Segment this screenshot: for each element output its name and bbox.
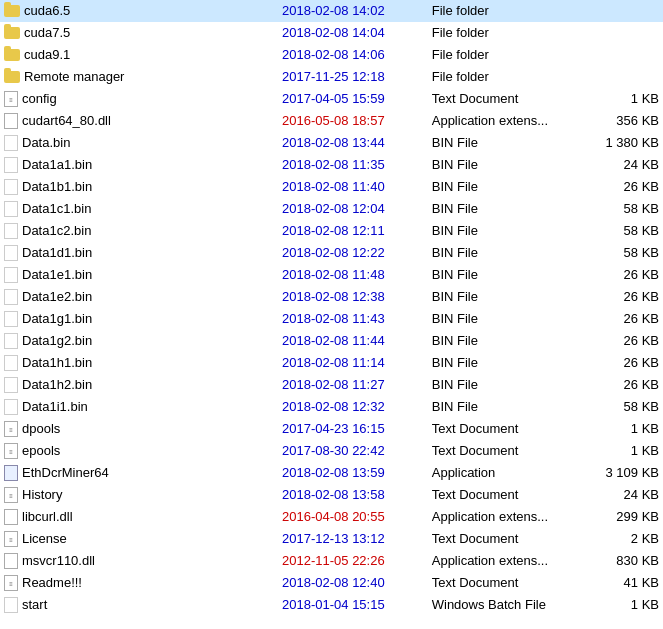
file-size: 1 KB (577, 418, 663, 440)
table-row[interactable]: ≡License 2017-12-13 13:12 Text Document … (0, 528, 663, 550)
bin-icon (4, 135, 18, 151)
table-row[interactable]: Data1e1.bin 2018-02-08 11:48 BIN File 26… (0, 264, 663, 286)
file-size: 58 KB (577, 220, 663, 242)
table-row[interactable]: Data1a1.bin 2018-02-08 11:35 BIN File 24… (0, 154, 663, 176)
file-date: 2018-02-08 11:44 (278, 330, 428, 352)
file-date: 2018-02-08 12:38 (278, 286, 428, 308)
table-row[interactable]: ≡dpools 2017-04-23 16:15 Text Document 1… (0, 418, 663, 440)
table-row[interactable]: Data1g2.bin 2018-02-08 11:44 BIN File 26… (0, 330, 663, 352)
bin-icon (4, 377, 18, 393)
file-date: 2016-05-08 18:57 (278, 110, 428, 132)
table-row[interactable]: ≡History 2018-02-08 13:58 Text Document … (0, 484, 663, 506)
file-date: 2018-01-04 15:15 (278, 594, 428, 616)
table-row[interactable]: Data1e2.bin 2018-02-08 12:38 BIN File 26… (0, 286, 663, 308)
table-row[interactable]: Data.bin 2018-02-08 13:44 BIN File 1 380… (0, 132, 663, 154)
table-row[interactable]: Data1d1.bin 2018-02-08 12:22 BIN File 58… (0, 242, 663, 264)
file-size (577, 0, 663, 22)
bin-icon (4, 179, 18, 195)
file-type: File folder (428, 44, 578, 66)
file-date: 2018-02-08 14:02 (278, 0, 428, 22)
folder-icon (4, 71, 20, 83)
table-row[interactable]: Data1h2.bin 2018-02-08 11:27 BIN File 26… (0, 374, 663, 396)
table-row[interactable]: ≡config 2017-04-05 15:59 Text Document 1… (0, 88, 663, 110)
file-date: 2018-02-08 12:32 (278, 396, 428, 418)
file-type: BIN File (428, 352, 578, 374)
folder-icon (4, 5, 20, 17)
file-size (577, 44, 663, 66)
table-row[interactable]: ≡epools 2017-08-30 22:42 Text Document 1… (0, 440, 663, 462)
bin-icon (4, 157, 18, 173)
file-date: 2018-02-08 12:11 (278, 220, 428, 242)
file-type: BIN File (428, 374, 578, 396)
file-date: 2018-02-08 11:14 (278, 352, 428, 374)
table-row[interactable]: libcurl.dll 2016-04-08 20:55 Application… (0, 506, 663, 528)
exe-icon (4, 465, 18, 481)
table-row[interactable]: cudart64_80.dll 2016-05-08 18:57 Applica… (0, 110, 663, 132)
file-name: msvcr110.dll (0, 550, 278, 572)
file-type: BIN File (428, 132, 578, 154)
table-row[interactable]: Remote manager 2017-11-25 12:18 File fol… (0, 66, 663, 88)
file-type: BIN File (428, 264, 578, 286)
file-size (577, 66, 663, 88)
file-name: Data1d1.bin (0, 242, 278, 264)
file-name: EthDcrMiner64 (0, 462, 278, 484)
dll-icon (4, 113, 18, 129)
file-size: 26 KB (577, 176, 663, 198)
file-type: Application extens... (428, 506, 578, 528)
file-type: File folder (428, 22, 578, 44)
table-row[interactable]: start 2018-01-04 15:15 Windows Batch Fil… (0, 594, 663, 616)
text-icon: ≡ (4, 443, 18, 459)
file-name: Data1h1.bin (0, 352, 278, 374)
file-name: Data1e2.bin (0, 286, 278, 308)
file-type: Text Document (428, 418, 578, 440)
file-name: Data1g2.bin (0, 330, 278, 352)
file-name: Data1e1.bin (0, 264, 278, 286)
file-date: 2018-02-08 11:43 (278, 308, 428, 330)
file-date: 2018-02-08 14:06 (278, 44, 428, 66)
table-row[interactable]: Data1i1.bin 2018-02-08 12:32 BIN File 58… (0, 396, 663, 418)
table-row[interactable]: Data1c2.bin 2018-02-08 12:11 BIN File 58… (0, 220, 663, 242)
table-row[interactable]: cuda6.5 2018-02-08 14:02 File folder (0, 0, 663, 22)
file-size: 1 KB (577, 594, 663, 616)
file-date: 2018-02-08 11:48 (278, 264, 428, 286)
table-row[interactable]: cuda7.5 2018-02-08 14:04 File folder (0, 22, 663, 44)
file-type: BIN File (428, 220, 578, 242)
file-name: Data.bin (0, 132, 278, 154)
file-date: 2018-02-08 13:44 (278, 132, 428, 154)
file-type: Text Document (428, 440, 578, 462)
table-row[interactable]: Data1c1.bin 2018-02-08 12:04 BIN File 58… (0, 198, 663, 220)
file-size: 2 KB (577, 528, 663, 550)
table-row[interactable]: Data1h1.bin 2018-02-08 11:14 BIN File 26… (0, 352, 663, 374)
table-row[interactable]: EthDcrMiner64 2018-02-08 13:59 Applicati… (0, 462, 663, 484)
file-size: 58 KB (577, 396, 663, 418)
table-row[interactable]: ≡Readme!!! 2018-02-08 12:40 Text Documen… (0, 572, 663, 594)
file-type: Text Document (428, 484, 578, 506)
file-name: ≡History (0, 484, 278, 506)
file-name: libcurl.dll (0, 506, 278, 528)
bin-icon (4, 267, 18, 283)
dll-icon (4, 509, 18, 525)
file-type: Windows Batch File (428, 594, 578, 616)
table-row[interactable]: cuda9.1 2018-02-08 14:06 File folder (0, 44, 663, 66)
table-row[interactable]: msvcr110.dll 2012-11-05 22:26 Applicatio… (0, 550, 663, 572)
file-size: 1 KB (577, 88, 663, 110)
folder-icon (4, 27, 20, 39)
table-row[interactable]: Data1g1.bin 2018-02-08 11:43 BIN File 26… (0, 308, 663, 330)
file-size: 24 KB (577, 484, 663, 506)
file-date: 2018-02-08 12:40 (278, 572, 428, 594)
bin-icon (4, 311, 18, 327)
file-date: 2016-04-08 20:55 (278, 506, 428, 528)
text-icon: ≡ (4, 575, 18, 591)
file-type: BIN File (428, 396, 578, 418)
file-name: cuda6.5 (0, 0, 278, 22)
file-name: Data1i1.bin (0, 396, 278, 418)
file-date: 2018-02-08 12:22 (278, 242, 428, 264)
file-date: 2017-08-30 22:42 (278, 440, 428, 462)
table-row[interactable]: Data1b1.bin 2018-02-08 11:40 BIN File 26… (0, 176, 663, 198)
file-type: Text Document (428, 88, 578, 110)
file-size: 356 KB (577, 110, 663, 132)
file-name: cuda9.1 (0, 44, 278, 66)
file-size: 26 KB (577, 352, 663, 374)
file-name: start (0, 594, 278, 616)
file-type: Text Document (428, 528, 578, 550)
